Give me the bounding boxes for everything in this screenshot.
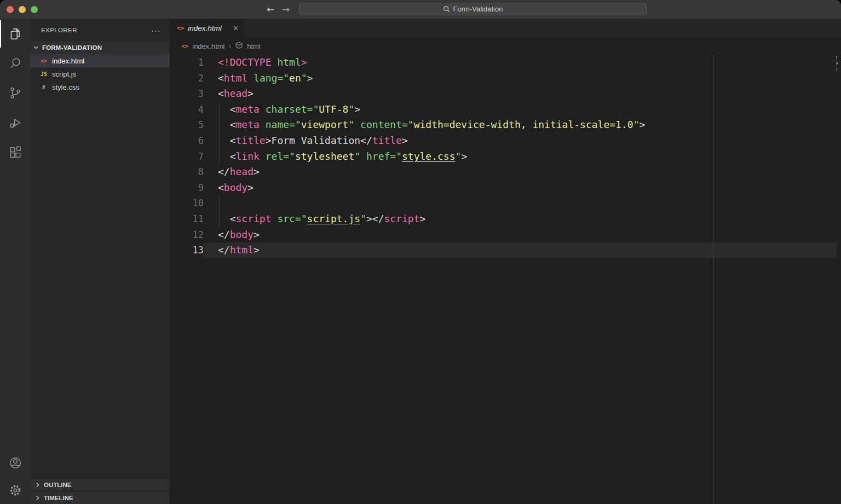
code-line-4[interactable]: 4 <meta charset="UTF-8">	[170, 102, 841, 118]
file-type-icon: <>	[39, 58, 48, 64]
line-number: 6	[170, 133, 204, 149]
breadcrumb-symbol[interactable]: html	[247, 42, 261, 50]
line-number: 11	[170, 211, 204, 227]
breadcrumb-file[interactable]: index.html	[192, 42, 224, 50]
navigate-forward-button[interactable]: →	[282, 0, 290, 19]
editor-group: <> index.html × <> index.html › html 1<!…	[170, 19, 841, 504]
html-file-icon: <>	[181, 43, 188, 50]
file-type-icon: JS	[39, 71, 48, 77]
activity-item-run-debug[interactable]	[0, 108, 30, 137]
code-line-13[interactable]: 13</html>	[170, 242, 841, 258]
file-row-script.js[interactable]: JSscript.js	[30, 67, 170, 80]
timeline-section-header[interactable]: TIMELINE	[30, 491, 170, 504]
sidebar-bottom-sections: OUTLINE TIMELINE	[30, 478, 170, 504]
minimap[interactable]	[836, 56, 841, 504]
line-number: 12	[170, 227, 204, 243]
code-line-7[interactable]: 7 <link rel="stylesheet" href="style.css…	[170, 149, 841, 165]
title-bar: ← → Form-Validation	[0, 0, 841, 19]
outline-label: OUTLINE	[44, 482, 71, 488]
activity-item-source-control[interactable]	[0, 78, 30, 108]
command-center-title: Form-Validation	[453, 5, 503, 13]
folder-section-header[interactable]: FORM-VALIDATION	[30, 41, 170, 54]
line-number: 1	[170, 55, 204, 71]
editor-ruler	[713, 55, 713, 504]
activity-item-extensions[interactable]	[0, 137, 30, 167]
indent-guide	[219, 195, 220, 227]
vscode-window: ← → Form-Validation	[0, 0, 841, 504]
activity-bar	[0, 19, 30, 504]
activity-bar-spacer	[0, 167, 30, 449]
breadcrumb-separator-icon: ›	[229, 42, 232, 50]
sidebar-explorer: EXPLORER ··· FORM-VALIDATION <>index.htm…	[30, 19, 170, 504]
source-control-branch-icon	[8, 86, 22, 100]
minimize-window-button[interactable]	[19, 6, 26, 13]
chevron-right-icon	[33, 494, 42, 502]
file-row-index.html[interactable]: <>index.html	[30, 54, 170, 67]
file-type-icon: #	[39, 84, 48, 90]
code-line-2[interactable]: 2<html lang="en">	[170, 71, 841, 86]
explorer-files-icon	[8, 27, 22, 41]
close-window-button[interactable]	[7, 6, 14, 13]
code-line-6[interactable]: 6 <title>Form Validation</title>	[170, 133, 841, 149]
gear-icon	[8, 483, 22, 497]
line-number: 7	[170, 149, 204, 165]
command-center-search[interactable]: Form-Validation	[299, 3, 647, 15]
search-icon	[8, 56, 22, 71]
line-number: 3	[170, 86, 204, 102]
outline-section-header[interactable]: OUTLINE	[30, 478, 170, 491]
line-number: 4	[170, 102, 204, 118]
file-name: script.js	[52, 70, 76, 78]
code-line-1[interactable]: 1<!DOCTYPE html>	[170, 55, 841, 71]
explorer-header: EXPLORER ···	[30, 19, 170, 41]
activity-item-accounts[interactable]	[0, 449, 30, 477]
navigate-back-button[interactable]: ←	[267, 0, 274, 19]
code-area[interactable]: 1<!DOCTYPE html>2<html lang="en">3<head>…	[170, 55, 841, 258]
file-name: index.html	[52, 57, 84, 65]
tab-bar: <> index.html ×	[170, 19, 841, 37]
code-line-3[interactable]: 3<head>	[170, 86, 841, 102]
line-number: 10	[170, 195, 204, 211]
line-number: 2	[170, 71, 204, 86]
search-icon	[443, 5, 450, 13]
activity-item-settings[interactable]	[0, 477, 30, 504]
code-line-11[interactable]: 11 <script src="script.js"></script>	[170, 211, 841, 227]
html-file-icon: <>	[177, 25, 184, 32]
more-actions-icon[interactable]: ···	[151, 26, 161, 35]
close-tab-icon[interactable]: ×	[233, 24, 238, 33]
tab-label: index.html	[188, 24, 222, 32]
indent-guide	[219, 102, 220, 164]
account-icon	[8, 456, 22, 470]
code-line-9[interactable]: 9<body>	[170, 180, 841, 196]
extensions-icon	[8, 145, 22, 159]
code-line-12[interactable]: 12</body>	[170, 227, 841, 243]
timeline-label: TIMELINE	[44, 495, 73, 501]
file-name: style.css	[52, 83, 79, 91]
explorer-title: EXPLORER	[41, 27, 77, 33]
chevron-right-icon	[33, 480, 42, 489]
line-number: 13	[170, 242, 204, 258]
line-number: 9	[170, 180, 204, 196]
maximize-window-button[interactable]	[31, 6, 38, 13]
code-line-10[interactable]: 10	[170, 195, 841, 211]
line-number: 5	[170, 117, 204, 133]
symbol-cube-icon	[235, 41, 243, 51]
chevron-down-icon	[32, 43, 41, 52]
file-row-style.css[interactable]: #style.css	[30, 80, 170, 94]
breadcrumb: <> index.html › html	[170, 37, 841, 55]
line-number: 8	[170, 164, 204, 180]
code-line-8[interactable]: 8</head>	[170, 164, 841, 180]
workbench: EXPLORER ··· FORM-VALIDATION <>index.htm…	[0, 19, 841, 504]
folder-name: FORM-VALIDATION	[42, 44, 102, 51]
run-and-debug-icon	[8, 115, 22, 130]
tab-index-html[interactable]: <> index.html ×	[170, 19, 244, 37]
activity-item-explorer[interactable]	[0, 19, 30, 49]
file-tree: <>index.htmlJSscript.js#style.css	[30, 54, 170, 94]
code-line-5[interactable]: 5 <meta name="viewport" content="width=d…	[170, 117, 841, 133]
activity-item-search[interactable]	[0, 49, 30, 78]
